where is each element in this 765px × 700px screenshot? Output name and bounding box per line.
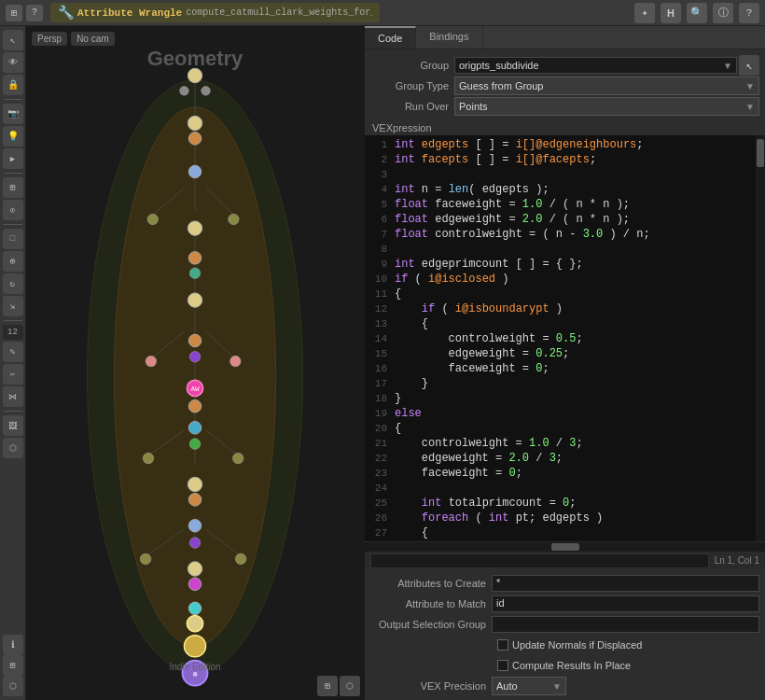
layout-icon[interactable]: ⊞ xyxy=(6,5,22,21)
move-tool[interactable]: ⊕ xyxy=(3,251,23,272)
toolbar-sep1 xyxy=(4,99,22,100)
camera-tool[interactable]: 📷 xyxy=(3,104,23,124)
line-content: { xyxy=(395,421,756,436)
light-tool[interactable]: 💡 xyxy=(3,126,23,147)
code-line: 13 { xyxy=(365,316,756,331)
tab-code[interactable]: Code xyxy=(365,26,416,49)
grid-tool[interactable]: ⊞ xyxy=(3,177,23,198)
run-over-select[interactable]: Points ▼ xyxy=(454,97,759,116)
svg-point-29 xyxy=(147,214,159,225)
code-status-bar: Ln 1, Col 1 xyxy=(365,551,765,569)
line-number: 12 xyxy=(365,301,395,316)
grid-bottom-tool[interactable]: ⊞ xyxy=(3,655,23,676)
code-editor[interactable]: 1int edgepts [ ] = i[]@edgeneighbours;2i… xyxy=(365,135,756,541)
line-content: int n = len( edgepts ); xyxy=(395,182,756,197)
select-tool[interactable]: □ xyxy=(3,229,23,249)
line-content: edgeweight = 2.0 / 3; xyxy=(395,451,756,466)
attr-create-row: Attributes to Create * xyxy=(365,573,765,594)
code-line: 27 { xyxy=(365,525,756,540)
search-button[interactable]: 🔍 xyxy=(687,3,707,23)
line-content: else xyxy=(395,406,756,421)
svg-point-53 xyxy=(188,578,201,590)
lock-tool[interactable]: 🔒 xyxy=(3,75,23,95)
code-scrollbar[interactable] xyxy=(756,135,765,541)
paint-tool[interactable]: ✎ xyxy=(3,342,23,362)
attr-match-input[interactable]: id xyxy=(492,595,759,612)
help-icon-top[interactable]: ? xyxy=(26,5,43,21)
info-button[interactable]: ⓘ xyxy=(713,3,733,23)
output-sel-row: Output Selection Group xyxy=(365,614,765,635)
toolbar-sep3 xyxy=(4,224,22,225)
image-tool[interactable]: 🖼 xyxy=(3,415,23,436)
info-tool-bottom[interactable]: ℹ xyxy=(3,635,23,655)
h-button[interactable]: H xyxy=(661,3,681,23)
line-number: 1 xyxy=(365,137,395,152)
line-number: 16 xyxy=(365,361,395,376)
svg-point-36 xyxy=(230,356,242,367)
viewport-grid-icon[interactable]: ⊞ xyxy=(317,676,338,696)
indie-edition-label: Indie Edition xyxy=(26,661,364,674)
merge-tool[interactable]: ⋈ xyxy=(3,386,23,407)
output-sel-input[interactable] xyxy=(492,616,759,633)
svg-point-23 xyxy=(188,68,202,82)
render-tool[interactable]: ▶ xyxy=(3,148,23,169)
help-button[interactable]: ? xyxy=(739,3,759,23)
checkbox-compute-results-box[interactable] xyxy=(497,660,508,671)
line-content: float edgeweight = 2.0 / ( n * n ); xyxy=(395,212,756,227)
eye-tool[interactable]: 👁 xyxy=(3,52,23,73)
svg-point-30 xyxy=(229,214,240,225)
code-editor-container: 1int edgepts [ ] = i[]@edgeneighbours;2i… xyxy=(365,135,765,541)
run-over-row: Run Over Points ▼ xyxy=(365,96,765,117)
attr-create-input[interactable]: * xyxy=(492,575,759,592)
node-graph-panel[interactable]: Persp No cam Geometry xyxy=(26,26,364,700)
line-content: float faceweight = 1.0 / ( n * n ); xyxy=(395,197,756,212)
scale-tool[interactable]: ⇲ xyxy=(3,296,23,316)
app-title: 🔧 Attribute Wrangle compute_catmull_clar… xyxy=(50,3,380,22)
line-number: 6 xyxy=(365,212,395,227)
cursor-tool[interactable]: ↖ xyxy=(3,30,23,50)
svg-point-55 xyxy=(187,616,202,632)
code-line: 16 faceweight = 0; xyxy=(365,361,756,376)
top-bar: ⊞ ? 🔧 Attribute Wrangle compute_catmull_… xyxy=(0,0,765,26)
toolbar-sep4 xyxy=(4,320,22,321)
line-number: 14 xyxy=(365,331,395,346)
viewport-geo-icon[interactable]: ⬡ xyxy=(340,676,360,696)
checkbox-compute-results[interactable]: Compute Results In Place xyxy=(497,660,631,671)
group-arrow-button[interactable]: ↖ xyxy=(739,55,759,76)
tab-bindings[interactable]: Bindings xyxy=(416,26,482,49)
status-search-area[interactable] xyxy=(370,553,709,568)
line-content: { xyxy=(395,525,756,540)
checkbox-update-normals-box[interactable] xyxy=(497,639,508,651)
checkbox-update-normals[interactable]: Update Normals if Displaced xyxy=(497,639,642,651)
code-line: 19else xyxy=(365,406,756,421)
code-line: 25 int totalprimcount = 0; xyxy=(365,496,756,511)
code-line: 18} xyxy=(365,391,756,406)
vex-prec-select[interactable]: Auto ▼ xyxy=(492,677,566,695)
tabs-bar: Code Bindings xyxy=(365,26,765,49)
line-number: 23 xyxy=(365,466,395,481)
form-area: Group origpts_subdivide ▼ ↖ Group Type G… xyxy=(365,49,765,120)
line-content: controlweight = 0.5; xyxy=(395,331,756,346)
rotate-tool[interactable]: ↻ xyxy=(3,273,23,294)
snap-tool[interactable]: ⊙ xyxy=(3,200,23,220)
code-line: 14 controlweight = 0.5; xyxy=(365,331,756,346)
line-content: edgeweight = 0.25; xyxy=(395,346,756,361)
code-line: 2int facepts [ ] = i[]@facepts; xyxy=(365,152,756,167)
geo-bottom-tool[interactable]: ⬡ xyxy=(3,676,23,696)
code-line: 4int n = len( edgepts ); xyxy=(365,182,756,197)
line-number: 18 xyxy=(365,391,395,406)
group-input[interactable]: origpts_subdivide ▼ xyxy=(454,57,737,74)
vex-prec-row: VEX Precision Auto ▼ xyxy=(365,676,765,696)
node-graph-svg[interactable]: AW ⊕ xyxy=(26,26,364,700)
code-line: 1int edgepts [ ] = i[]@edgeneighbours; xyxy=(365,137,756,152)
star-button[interactable]: ✦ xyxy=(634,3,655,23)
cut-tool[interactable]: ✂ xyxy=(3,364,23,385)
checkbox-row-1: Update Normals if Displaced xyxy=(365,635,765,655)
line-number: 4 xyxy=(365,182,395,197)
group-type-select[interactable]: Guess from Group ▼ xyxy=(454,77,759,95)
code-hscrollbar[interactable] xyxy=(365,541,765,551)
svg-point-32 xyxy=(188,252,201,264)
svg-point-24 xyxy=(180,86,189,95)
geo-tool[interactable]: ⬡ xyxy=(3,438,23,458)
svg-point-48 xyxy=(188,520,201,532)
